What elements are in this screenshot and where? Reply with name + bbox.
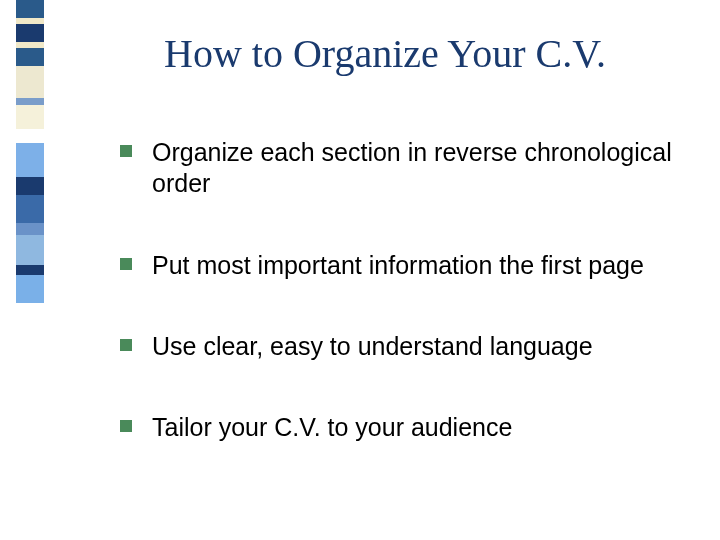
- sidebar-block: [16, 0, 44, 18]
- sidebar-block: [16, 195, 44, 223]
- sidebar-block: [16, 24, 44, 42]
- bullet-square-icon: [120, 145, 132, 157]
- sidebar-block: [16, 105, 44, 129]
- bullet-text: Organize each section in reverse chronol…: [152, 137, 700, 200]
- bullet-square-icon: [120, 258, 132, 270]
- bullet-item: Put most important information the first…: [120, 250, 700, 281]
- bullet-item: Organize each section in reverse chronol…: [120, 137, 700, 200]
- slide-content: How to Organize Your C.V. Organize each …: [70, 30, 700, 493]
- bullet-text: Put most important information the first…: [152, 250, 644, 281]
- sidebar-block: [16, 48, 44, 66]
- bullet-text: Tailor your C.V. to your audience: [152, 412, 512, 443]
- sidebar-block: [16, 98, 44, 105]
- sidebar-block: [16, 275, 44, 303]
- bullet-text: Use clear, easy to understand language: [152, 331, 593, 362]
- bullet-list: Organize each section in reverse chronol…: [70, 137, 700, 443]
- slide-title: How to Organize Your C.V.: [70, 30, 700, 77]
- sidebar-block: [16, 129, 44, 143]
- bullet-square-icon: [120, 339, 132, 351]
- sidebar-block: [16, 177, 44, 195]
- sidebar-block: [16, 143, 44, 177]
- sidebar-block: [16, 223, 44, 235]
- sidebar-block: [16, 235, 44, 265]
- bullet-item: Tailor your C.V. to your audience: [120, 412, 700, 443]
- sidebar-block: [16, 66, 44, 98]
- sidebar-block: [16, 265, 44, 275]
- sidebar-block: [16, 303, 44, 540]
- bullet-square-icon: [120, 420, 132, 432]
- bullet-item: Use clear, easy to understand language: [120, 331, 700, 362]
- decorative-sidebar: [16, 0, 44, 540]
